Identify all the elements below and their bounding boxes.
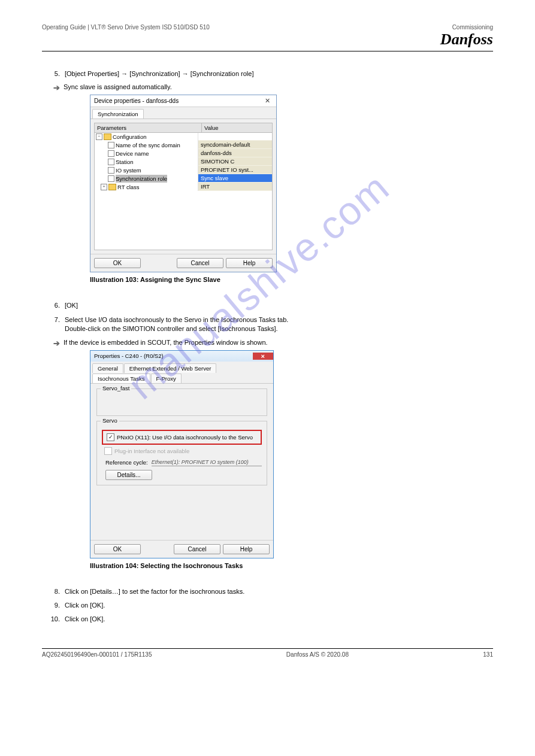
item-icon bbox=[108, 142, 114, 148]
reference-cycle-label: Reference cycle: bbox=[105, 459, 148, 466]
tree-root[interactable]: Configuration bbox=[113, 133, 147, 141]
doc-title: Operating Guide | VLT® Servo Drive Syste… bbox=[42, 24, 210, 31]
footer-page: 131 bbox=[483, 651, 493, 658]
help-button[interactable]: Help bbox=[226, 258, 273, 268]
result-text: If the device is embedded in SCOUT, the … bbox=[64, 339, 493, 348]
tree-item[interactable]: Device name bbox=[116, 150, 149, 157]
figure-caption: Illustration 104: Selecting the Isochron… bbox=[90, 562, 493, 569]
step-number: 10. bbox=[42, 615, 65, 624]
step-number: 8. bbox=[42, 587, 65, 596]
value-cell: danfoss-dds bbox=[198, 149, 272, 157]
divider bbox=[42, 51, 493, 51]
checkbox-label-disabled: Plug-in Interface not available bbox=[114, 448, 189, 454]
close-icon[interactable]: × bbox=[253, 353, 273, 360]
step-number: 9. bbox=[42, 601, 65, 610]
dialog-properties-c240: Properties - C240 - (R0/S2) × General Et… bbox=[90, 350, 274, 558]
step-number: 7. bbox=[42, 315, 65, 334]
tab-general[interactable]: General bbox=[92, 363, 123, 373]
value-cell-selected[interactable]: Sync slave bbox=[198, 174, 272, 183]
folder-icon bbox=[108, 184, 116, 190]
checkbox-label: PNxIO (X11): Use I/O data isochronously … bbox=[117, 434, 253, 441]
divider bbox=[42, 648, 493, 649]
close-icon[interactable]: ✕ bbox=[262, 97, 273, 105]
footer-docnum: AQ262450196490en-000101 / 175R1135 bbox=[42, 651, 152, 658]
tab-synchronization[interactable]: Synchronization bbox=[92, 109, 144, 119]
group-servo: Servo ✓ PNxIO (X11): Use I/O data isochr… bbox=[96, 421, 267, 485]
tab-fproxy[interactable]: F-Proxy bbox=[151, 374, 182, 383]
breadcrumb: Commissioning bbox=[452, 24, 493, 31]
tab-isochronous[interactable]: Isochronous Tasks bbox=[92, 374, 150, 383]
details-button[interactable]: Details... bbox=[105, 470, 152, 480]
value-cell: PROFINET IO syst... bbox=[198, 166, 272, 174]
reference-cycle-value: Ethernet(1): PROFINET IO system (100) bbox=[152, 459, 262, 466]
cancel-button[interactable]: Cancel bbox=[177, 258, 223, 268]
step-text: [OK] bbox=[65, 301, 493, 310]
col-header-value: Value bbox=[202, 123, 272, 132]
grid-body: −Configuration Name of the sync domain s… bbox=[94, 133, 273, 250]
ok-button[interactable]: OK bbox=[94, 544, 141, 554]
step-text: Click on [Details…] to set the factor fo… bbox=[65, 587, 493, 596]
folder-icon bbox=[104, 133, 111, 140]
group-servo-fast: Servo_fast bbox=[96, 388, 267, 416]
step-number: 5. bbox=[42, 69, 65, 78]
value-cell: SIMOTION C bbox=[198, 157, 272, 166]
group-legend: Servo bbox=[101, 417, 119, 424]
step-text: Click on [OK]. bbox=[65, 615, 493, 624]
expand-icon[interactable]: + bbox=[101, 184, 107, 190]
item-icon bbox=[108, 159, 114, 165]
col-header-parameters: Parameters bbox=[95, 123, 202, 132]
ok-button[interactable]: OK bbox=[94, 258, 141, 268]
dialog-title: Properties - C240 - (R0/S2) bbox=[94, 353, 164, 359]
step-text: [Object Properties] → [Synchronization] … bbox=[65, 69, 493, 78]
value-cell: IRT bbox=[198, 183, 272, 191]
tree-item[interactable]: RT class bbox=[117, 183, 140, 191]
tree-item[interactable]: Name of the sync domain bbox=[116, 141, 180, 149]
collapse-icon[interactable]: − bbox=[96, 133, 102, 140]
tree-item[interactable]: Station bbox=[116, 158, 134, 166]
result-text: Sync slave is assigned automatically. bbox=[64, 83, 493, 92]
result-arrow-icon: ➔ bbox=[42, 339, 64, 348]
help-button[interactable]: Help bbox=[223, 544, 270, 554]
footer-copyright: Danfoss A/S © 2020.08 bbox=[286, 651, 349, 658]
item-icon bbox=[108, 150, 114, 157]
value-cell: syncdomain-default bbox=[198, 141, 272, 149]
result-arrow-icon: ➔ bbox=[42, 83, 64, 92]
highlight-box: ✓ PNxIO (X11): Use I/O data isochronousl… bbox=[102, 430, 262, 445]
brand-logo: Danfoss bbox=[42, 31, 493, 48]
cancel-button[interactable]: Cancel bbox=[174, 544, 220, 554]
item-icon bbox=[108, 167, 114, 174]
checkbox-checked-icon[interactable]: ✓ bbox=[107, 433, 114, 441]
step-text: Double-click on the SIMOTION controller … bbox=[65, 324, 493, 333]
dialog-title: Device properties - danfoss-dds bbox=[94, 98, 179, 104]
figure-caption: Illustration 103: Assigning the Sync Sla… bbox=[90, 276, 493, 283]
checkbox-disabled-icon bbox=[104, 447, 112, 455]
step-number: 6. bbox=[42, 301, 65, 310]
item-icon bbox=[108, 175, 114, 182]
tree-item[interactable]: IO system bbox=[116, 166, 141, 174]
step-text: Click on [OK]. bbox=[65, 601, 493, 610]
tab-ethernet[interactable]: Ethernet Extended / Web Server bbox=[124, 363, 217, 373]
step-text: Select Use I/O data isochronously to the… bbox=[65, 315, 493, 324]
dialog-device-properties: Device properties - danfoss-dds ✕ Synchr… bbox=[90, 95, 277, 272]
tree-item-selected[interactable]: Synchronization role bbox=[116, 175, 167, 183]
group-legend: Servo_fast bbox=[101, 385, 131, 391]
grid-header: Parameters Value bbox=[94, 123, 273, 133]
